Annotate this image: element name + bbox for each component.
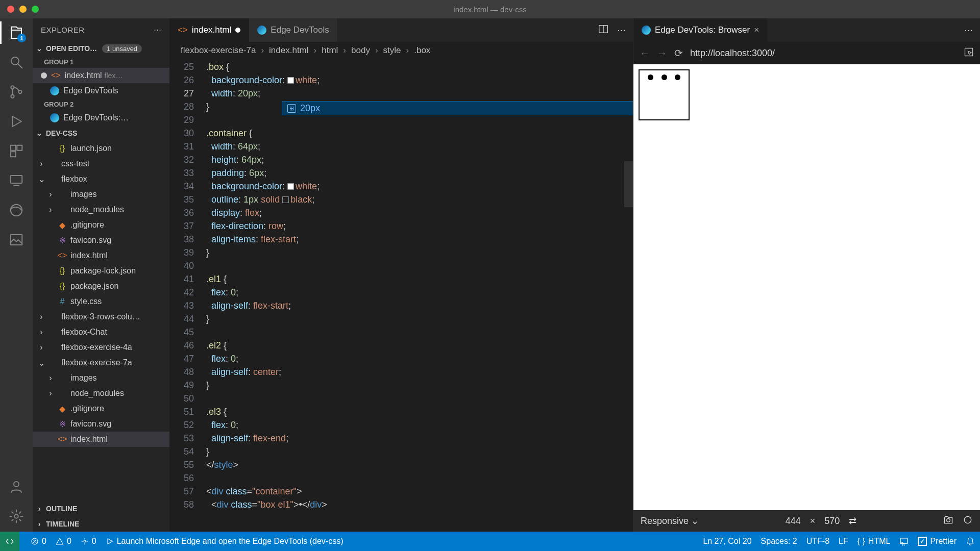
account-icon[interactable] (8, 479, 24, 495)
url-input[interactable] (690, 48, 957, 59)
tree-item[interactable]: ›css-test (33, 156, 169, 171)
close-tab-icon[interactable]: × (754, 25, 759, 35)
cursor-position[interactable]: Ln 27, Col 20 (703, 537, 751, 546)
search-icon[interactable] (8, 54, 24, 70)
open-editor-devtools[interactable]: Edge DevTools (33, 83, 169, 98)
dot-3 (675, 74, 680, 80)
viewport-width[interactable]: 444 (786, 516, 801, 527)
chevron-icon: › (38, 328, 45, 337)
svg-rect-18 (901, 538, 908, 544)
tree-item[interactable]: {}package-lock.json (33, 263, 169, 279)
screencast-icon[interactable] (899, 537, 909, 546)
json-icon: {} (58, 144, 67, 153)
svg-point-11 (14, 514, 18, 518)
tree-item[interactable]: ◆.gitignore (33, 217, 169, 233)
breadcrumb[interactable]: flexbox-exercise-7a›index.html›html›body… (169, 42, 633, 59)
open-editor-browser[interactable]: Edge DevTools:… (33, 110, 169, 126)
tab-browser-preview[interactable]: Edge DevTools: Browser × (633, 18, 767, 42)
device-select[interactable]: Responsive ⌄ (641, 515, 699, 527)
project-section[interactable]: ⌄DEV-CSS (33, 126, 169, 141)
browser-viewport[interactable] (633, 64, 980, 510)
scrollbar-thumb[interactable] (624, 161, 633, 207)
close-window-icon[interactable] (7, 6, 14, 13)
encoding[interactable]: UTF-8 (806, 537, 829, 546)
svg-point-0 (11, 57, 19, 65)
tree-item[interactable]: ※favicon.svg (33, 233, 169, 248)
sidebar-title: EXPLORER (41, 26, 85, 34)
notifications-icon[interactable] (966, 537, 975, 546)
chevron-icon: › (38, 159, 45, 168)
remote-indicator[interactable] (0, 532, 19, 551)
svg-point-15 (964, 516, 971, 523)
viewport-height[interactable]: 570 (824, 516, 840, 527)
indent-setting[interactable]: Spaces: 2 (761, 537, 797, 546)
tree-item[interactable]: ※favicon.svg (33, 416, 169, 432)
tree-item[interactable]: ⌄flexbox-exercise-7a (33, 355, 169, 370)
open-editors-section[interactable]: ⌄OPEN EDITO… 1 unsaved (33, 41, 169, 56)
timeline-section[interactable]: ›TIMELINE (33, 516, 169, 532)
tree-item[interactable]: ›node_modules (33, 202, 169, 217)
tree-item[interactable]: {}package.json (33, 279, 169, 294)
breadcrumb-item[interactable]: body (351, 45, 370, 56)
image-icon[interactable] (8, 232, 24, 248)
status-bar: 0 0 0 Launch Microsoft Edge and open the… (0, 532, 980, 551)
tree-item[interactable]: ›flexbox-3-rows-colu… (33, 309, 169, 324)
reload-icon[interactable]: ⟳ (674, 47, 683, 59)
back-icon[interactable]: ← (640, 47, 650, 59)
tree-item[interactable]: {}launch.json (33, 141, 169, 156)
tree-item[interactable]: ›flexbox-exercise-4a (33, 340, 169, 355)
tab-more-icon[interactable]: ⋯ (617, 25, 626, 36)
settings-gear-icon[interactable] (8, 508, 24, 524)
tab-edge-devtools[interactable]: Edge DevTools (249, 18, 337, 42)
tree-item[interactable]: ›images (33, 370, 169, 386)
editor-group: <> index.html Edge DevTools ⋯ flexbox-ex… (169, 18, 633, 532)
rotate-icon[interactable]: ⇄ (849, 515, 856, 527)
errors-count[interactable]: 0 (31, 537, 46, 546)
explorer-icon[interactable]: 1 (8, 24, 24, 41)
maximize-window-icon[interactable] (32, 6, 39, 13)
svg-point-17 (84, 540, 86, 542)
intellisense-popup[interactable]: ⊞ 20px (282, 101, 633, 115)
tree-item[interactable]: ›images (33, 187, 169, 202)
tree-item[interactable]: ◆.gitignore (33, 401, 169, 416)
editor-group-2: GROUP 2 (33, 98, 169, 110)
split-editor-icon[interactable] (598, 23, 609, 37)
breadcrumb-item[interactable]: style (383, 45, 401, 56)
code-editor[interactable]: 2526272829303132333435363738394041424344… (169, 59, 633, 532)
open-editor-index[interactable]: <> index.html flex… (33, 68, 169, 83)
sidebar-more-icon[interactable]: ⋯ (154, 25, 162, 34)
eol[interactable]: LF (839, 537, 848, 546)
edge-tools-icon[interactable] (8, 202, 24, 218)
language-mode[interactable]: { } HTML (857, 537, 891, 546)
modified-dot-icon (235, 28, 240, 33)
chevron-right-icon: › (375, 45, 378, 56)
run-debug-icon[interactable] (8, 113, 24, 130)
remote-icon[interactable] (8, 172, 24, 189)
warnings-count[interactable]: 0 (56, 537, 71, 546)
source-control-icon[interactable] (8, 84, 24, 100)
tree-item[interactable]: ›flexbox-Chat (33, 324, 169, 340)
breadcrumb-item[interactable]: flexbox-exercise-7a (181, 45, 256, 56)
tree-item[interactable]: ⌄flexbox (33, 171, 169, 187)
extensions-icon[interactable] (8, 143, 24, 159)
breadcrumb-item[interactable]: .box (414, 45, 430, 56)
breadcrumb-item[interactable]: index.html (269, 45, 308, 56)
breadcrumb-item[interactable]: html (322, 45, 338, 56)
code-content[interactable]: ⊞ 20px .box { background-color: white; w… (206, 59, 633, 532)
screenshot-icon[interactable] (943, 515, 953, 528)
ports-count[interactable]: 0 (81, 537, 96, 546)
debug-launch[interactable]: Launch Microsoft Edge and open the Edge … (106, 537, 344, 546)
minimize-window-icon[interactable] (19, 6, 27, 13)
forward-icon[interactable]: → (657, 47, 667, 59)
tree-item[interactable]: <>index.html (33, 432, 169, 447)
tab-more-icon[interactable]: ⋯ (964, 25, 973, 36)
chevron-icon: › (47, 205, 54, 214)
prettier-status[interactable]: ✓Prettier (918, 537, 957, 546)
tree-item[interactable]: <>index.html (33, 248, 169, 263)
tab-index-html[interactable]: <> index.html (169, 18, 249, 42)
outline-section[interactable]: ›OUTLINE (33, 501, 169, 516)
tree-item[interactable]: ›node_modules (33, 386, 169, 401)
tree-item[interactable]: #style.css (33, 294, 169, 309)
emulation-settings-icon[interactable] (963, 515, 973, 528)
inspect-icon[interactable] (964, 47, 974, 60)
